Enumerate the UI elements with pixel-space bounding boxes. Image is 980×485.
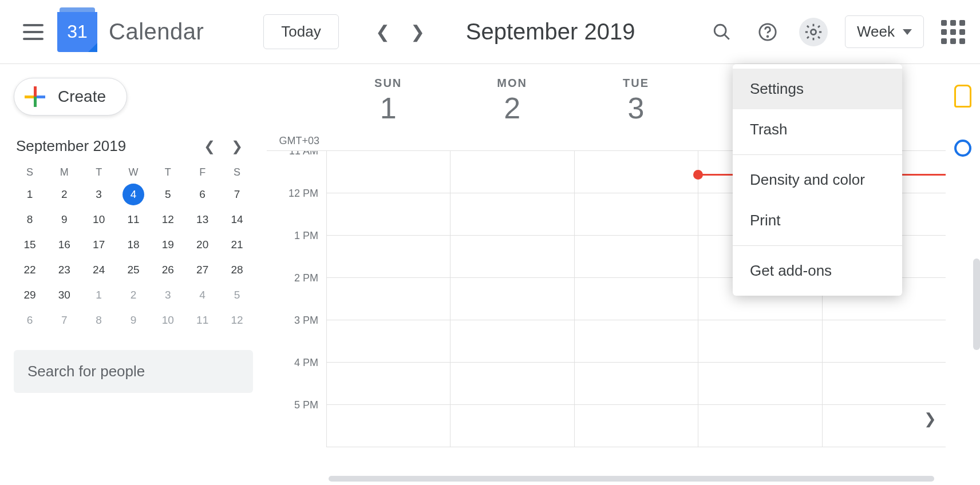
mini-day-cell[interactable]: 28 bbox=[221, 257, 253, 283]
mini-day-cell[interactable]: 21 bbox=[221, 232, 253, 257]
keep-icon[interactable] bbox=[954, 85, 971, 108]
mini-day-cell[interactable]: 7 bbox=[48, 308, 80, 333]
app-logo[interactable]: 31 Calendar bbox=[57, 12, 204, 52]
mini-day-cell[interactable]: 4 bbox=[117, 182, 149, 207]
settings-gear-icon[interactable] bbox=[799, 18, 828, 46]
vertical-scrollbar[interactable] bbox=[973, 259, 980, 350]
search-icon[interactable] bbox=[708, 18, 736, 46]
app-title: Calendar bbox=[109, 19, 204, 45]
mini-day-cell[interactable]: 24 bbox=[83, 257, 115, 283]
mini-day-cell[interactable]: 23 bbox=[48, 257, 80, 283]
current-period-title: September 2019 bbox=[466, 19, 694, 45]
day-column-header[interactable]: TUE3 bbox=[574, 64, 698, 147]
mini-day-cell[interactable]: 12 bbox=[152, 207, 184, 232]
mini-day-cell[interactable]: 20 bbox=[187, 232, 219, 257]
mini-prev-month[interactable]: ❮ bbox=[196, 138, 223, 154]
day-column-header[interactable]: SUN1 bbox=[326, 64, 450, 147]
mini-day-cell[interactable]: 29 bbox=[14, 283, 46, 308]
mini-day-cell[interactable]: 19 bbox=[152, 232, 184, 257]
view-selector-label: Week bbox=[857, 23, 895, 41]
time-label: 5 PM bbox=[267, 399, 326, 442]
tasks-icon[interactable] bbox=[954, 140, 971, 157]
mini-day-cell[interactable]: 14 bbox=[221, 207, 253, 232]
day-number: 3 bbox=[574, 91, 698, 125]
mini-day-cell[interactable]: 22 bbox=[14, 257, 46, 283]
prev-period-button[interactable]: ❮ bbox=[376, 22, 390, 42]
day-short-name: TUE bbox=[574, 77, 698, 90]
mini-weekday-header: S bbox=[14, 163, 46, 182]
time-label: 11 AM bbox=[267, 150, 326, 188]
mini-calendar-grid: SMTWTFS123456789101112131415161718192021… bbox=[14, 163, 253, 333]
mini-day-cell[interactable]: 27 bbox=[187, 257, 219, 283]
month-nav: ❮ ❯ bbox=[376, 22, 425, 42]
mini-weekday-header: M bbox=[48, 163, 80, 182]
mini-day-cell[interactable]: 9 bbox=[117, 308, 149, 333]
settings-menu-item[interactable]: Trash bbox=[733, 109, 902, 150]
create-button[interactable]: Create bbox=[14, 78, 127, 116]
show-side-panel-button[interactable]: ❯ bbox=[924, 410, 936, 428]
side-panel bbox=[946, 64, 980, 485]
mini-day-cell[interactable]: 10 bbox=[152, 308, 184, 333]
google-apps-icon[interactable] bbox=[941, 20, 965, 44]
week-view: GMT+03 SUN1MON2TUE3WED4THU5 11 AM12 PM1 … bbox=[267, 64, 946, 485]
settings-menu-item[interactable]: Density and color bbox=[733, 160, 902, 200]
mini-day-cell[interactable]: 8 bbox=[83, 308, 115, 333]
header-bar: 31 Calendar Today ❮ ❯ September 2019 Wee… bbox=[0, 0, 980, 64]
mini-day-cell[interactable]: 26 bbox=[152, 257, 184, 283]
mini-day-cell[interactable]: 12 bbox=[221, 308, 253, 333]
mini-day-cell[interactable]: 11 bbox=[187, 308, 219, 333]
help-icon[interactable] bbox=[753, 18, 782, 46]
mini-day-cell[interactable]: 6 bbox=[187, 182, 219, 207]
svg-line-1 bbox=[724, 34, 729, 39]
mini-day-cell[interactable]: 3 bbox=[152, 283, 184, 308]
time-label: 2 PM bbox=[267, 272, 326, 315]
mini-day-cell[interactable]: 18 bbox=[117, 232, 149, 257]
mini-day-cell[interactable]: 5 bbox=[221, 283, 253, 308]
svg-point-0 bbox=[714, 25, 726, 36]
view-selector[interactable]: Week bbox=[845, 15, 924, 48]
time-label: 1 PM bbox=[267, 230, 326, 272]
hour-row[interactable] bbox=[326, 405, 946, 447]
today-button[interactable]: Today bbox=[263, 14, 338, 49]
mini-day-cell[interactable]: 6 bbox=[14, 308, 46, 333]
mini-day-cell[interactable]: 17 bbox=[83, 232, 115, 257]
mini-day-cell[interactable]: 3 bbox=[83, 182, 115, 207]
mini-day-cell[interactable]: 10 bbox=[83, 207, 115, 232]
plus-icon bbox=[25, 86, 45, 107]
mini-day-cell[interactable]: 2 bbox=[117, 283, 149, 308]
mini-day-cell[interactable]: 2 bbox=[48, 182, 80, 207]
mini-day-cell[interactable]: 16 bbox=[48, 232, 80, 257]
mini-day-cell[interactable]: 4 bbox=[187, 283, 219, 308]
mini-weekday-header: T bbox=[83, 163, 115, 182]
search-people-input[interactable]: Search for people bbox=[14, 350, 253, 393]
mini-day-cell[interactable]: 7 bbox=[221, 182, 253, 207]
mini-calendar: September 2019 ❮ ❯ SMTWTFS12345678910111… bbox=[14, 137, 253, 333]
horizontal-scrollbar[interactable] bbox=[329, 476, 934, 482]
svg-point-3 bbox=[767, 35, 768, 37]
mini-day-cell[interactable]: 11 bbox=[117, 207, 149, 232]
mini-day-cell[interactable]: 5 bbox=[152, 182, 184, 207]
hour-row[interactable] bbox=[326, 363, 946, 405]
mini-day-cell[interactable]: 1 bbox=[14, 182, 46, 207]
day-column-header[interactable]: MON2 bbox=[450, 64, 574, 147]
settings-menu-item[interactable]: Get add-ons bbox=[733, 251, 902, 291]
mini-day-cell[interactable]: 9 bbox=[48, 207, 80, 232]
mini-day-cell[interactable]: 30 bbox=[48, 283, 80, 308]
time-label: 4 PM bbox=[267, 357, 326, 399]
settings-menu-item[interactable]: Print bbox=[733, 200, 902, 241]
mini-day-cell[interactable]: 15 bbox=[14, 232, 46, 257]
app-body: Create September 2019 ❮ ❯ SMTWTFS1234567… bbox=[0, 64, 980, 485]
hour-row[interactable] bbox=[326, 320, 946, 363]
mini-weekday-header: T bbox=[152, 163, 184, 182]
next-period-button[interactable]: ❯ bbox=[410, 22, 425, 42]
mini-next-month[interactable]: ❯ bbox=[223, 138, 251, 154]
mini-day-cell[interactable]: 25 bbox=[117, 257, 149, 283]
mini-day-cell[interactable]: 8 bbox=[14, 207, 46, 232]
day-short-name: SUN bbox=[326, 77, 450, 90]
mini-day-cell[interactable]: 1 bbox=[83, 283, 115, 308]
timezone-label: GMT+03 bbox=[267, 135, 326, 147]
main-menu-icon[interactable] bbox=[23, 24, 44, 40]
mini-weekday-header: F bbox=[187, 163, 219, 182]
mini-day-cell[interactable]: 13 bbox=[187, 207, 219, 232]
settings-menu-item[interactable]: Settings bbox=[733, 69, 902, 109]
